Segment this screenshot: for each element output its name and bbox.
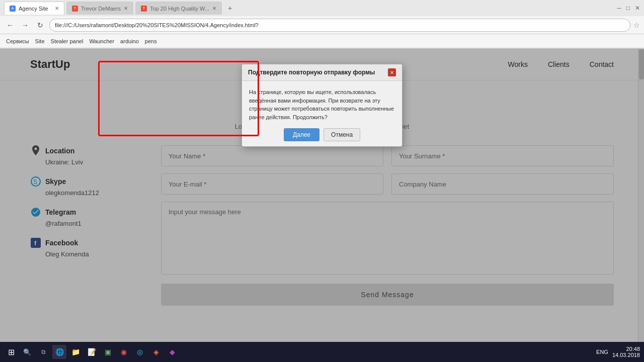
taskbar-explorer-icon[interactable]: 📁 — [68, 345, 83, 348]
bookmark-pens[interactable]: pens — [145, 38, 157, 44]
taskbar-edge-icon[interactable]: 🌐 — [52, 345, 66, 348]
modal-dialog: Подтвердите повторную отправку формы ✕ Н… — [242, 64, 403, 147]
modal-cancel-button[interactable]: Отмена — [324, 128, 360, 141]
close-window-button[interactable]: ✕ — [635, 5, 640, 12]
tab-agency-site[interactable]: A Agency Site ✕ — [4, 2, 64, 15]
modal-buttons: Далее Отмена — [249, 128, 395, 141]
modal-overlay: Подтвердите повторную отправку формы ✕ Н… — [0, 49, 644, 348]
browser-titlebar: A Agency Site ✕ T Trevor DeMaers ✕ T Top… — [0, 0, 644, 16]
tab-favicon-agency: A — [10, 6, 16, 12]
tab-top20[interactable]: T Top 20 High Quality W... ✕ — [135, 2, 222, 15]
red-highlight-annotation — [98, 61, 259, 136]
page-content: StartUp Works Clients Contact Get in tou… — [0, 49, 644, 348]
taskbar-app7-icon[interactable]: ◈ — [149, 345, 163, 348]
taskbar-app4-icon[interactable]: ▣ — [101, 345, 115, 348]
modal-body: На странице, которую вы ищете, использов… — [242, 81, 402, 146]
forward-button[interactable]: → — [19, 19, 31, 31]
refresh-button[interactable]: ↻ — [34, 19, 46, 31]
maximize-button[interactable]: □ — [626, 5, 630, 12]
bookmark-star[interactable]: ☆ — [633, 21, 640, 29]
tab-trevor[interactable]: T Trevor DeMaers ✕ — [66, 2, 133, 15]
taskbar-app8-icon[interactable]: ◆ — [165, 345, 179, 348]
tab-close-top20[interactable]: ✕ — [212, 6, 216, 11]
browser-chrome: A Agency Site ✕ T Trevor DeMaers ✕ T Top… — [0, 0, 644, 49]
taskbar-time: 20:48 14.03.2018 — [612, 346, 640, 348]
bookmark-site[interactable]: Site — [35, 38, 45, 44]
tab-title-agency: Agency Site — [19, 6, 52, 12]
taskbar-app5-icon[interactable]: ◉ — [117, 345, 131, 348]
task-view-button[interactable]: ⧉ — [36, 345, 50, 348]
modal-header: Подтвердите повторную отправку формы ✕ — [242, 64, 402, 81]
tab-favicon-trevor: T — [72, 6, 78, 12]
taskbar-vs-icon[interactable]: 📝 — [85, 345, 99, 348]
modal-title: Подтвердите повторную отправку формы — [248, 69, 375, 76]
start-button[interactable]: ⊞ — [4, 345, 18, 348]
browser-toolbar: ← → ↻ ☆ — [0, 16, 644, 34]
search-taskbar-button[interactable]: 🔍 — [20, 345, 34, 348]
modal-close-button[interactable]: ✕ — [388, 68, 396, 76]
tab-close-agency[interactable]: ✕ — [55, 6, 59, 11]
taskbar: ⊞ 🔍 ⧉ 🌐 📁 📝 ▣ ◉ ◎ ◈ ◆ ENG 20:48 14.03.20… — [0, 342, 644, 348]
tab-favicon-top20: T — [141, 6, 147, 12]
address-bar[interactable] — [49, 19, 630, 32]
bookmark-stealer[interactable]: Stealer panel — [51, 38, 84, 44]
bookmark-arduino[interactable]: arduino — [120, 38, 139, 44]
taskbar-app6-icon[interactable]: ◎ — [133, 345, 147, 348]
back-button[interactable]: ← — [4, 19, 16, 31]
bookmark-servisy[interactable]: Сервисы — [6, 38, 29, 44]
modal-continue-button[interactable]: Далее — [284, 128, 319, 141]
minimize-button[interactable]: ─ — [617, 5, 621, 12]
tab-close-trevor[interactable]: ✕ — [124, 6, 128, 11]
tab-title-trevor: Trevor DeMaers — [81, 6, 121, 12]
new-tab-button[interactable]: + — [224, 2, 236, 14]
tab-title-top20: Top 20 High Quality W... — [150, 6, 209, 12]
taskbar-right: ENG 20:48 14.03.2018 — [596, 346, 640, 348]
taskbar-left: ⊞ 🔍 ⧉ 🌐 📁 📝 ▣ ◉ ◎ ◈ ◆ — [4, 345, 179, 348]
browser-bookmarks: Сервисы Site Stealer panel Wauncher ardu… — [0, 34, 644, 48]
modal-body-text: На странице, которую вы ищете, использов… — [249, 88, 395, 121]
bookmark-wauncher[interactable]: Wauncher — [89, 38, 114, 44]
